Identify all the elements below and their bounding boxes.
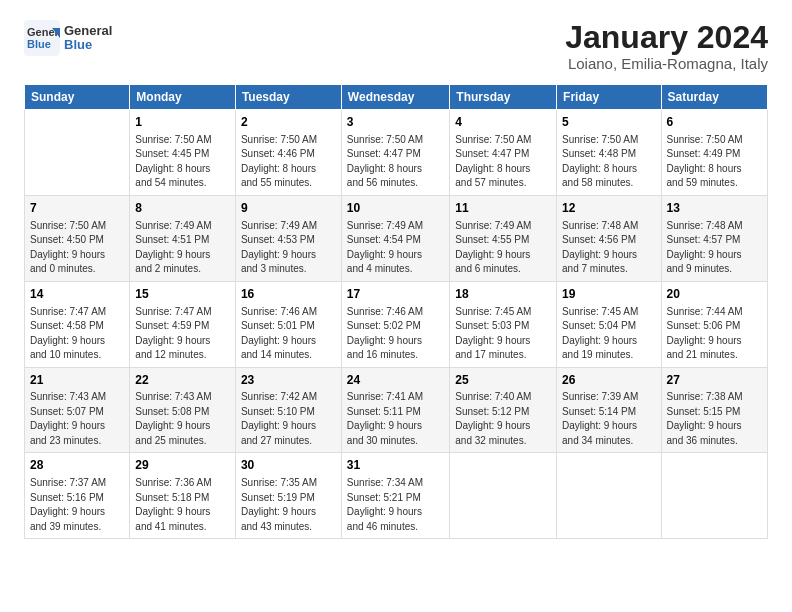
day-info: Sunrise: 7:43 AMSunset: 5:08 PMDaylight:… [135, 390, 230, 448]
calendar-cell: 11Sunrise: 7:49 AMSunset: 4:55 PMDayligh… [450, 195, 557, 281]
calendar-cell: 21Sunrise: 7:43 AMSunset: 5:07 PMDayligh… [25, 367, 130, 453]
day-number: 24 [347, 372, 444, 389]
day-info: Sunrise: 7:50 AMSunset: 4:49 PMDaylight:… [667, 133, 762, 191]
calendar-cell: 27Sunrise: 7:38 AMSunset: 5:15 PMDayligh… [661, 367, 767, 453]
day-number: 18 [455, 286, 551, 303]
calendar-cell: 16Sunrise: 7:46 AMSunset: 5:01 PMDayligh… [235, 281, 341, 367]
calendar-week-row: 14Sunrise: 7:47 AMSunset: 4:58 PMDayligh… [25, 281, 768, 367]
calendar-cell: 22Sunrise: 7:43 AMSunset: 5:08 PMDayligh… [130, 367, 236, 453]
day-number: 2 [241, 114, 336, 131]
day-number: 9 [241, 200, 336, 217]
calendar-cell: 3Sunrise: 7:50 AMSunset: 4:47 PMDaylight… [341, 110, 449, 196]
calendar-cell: 31Sunrise: 7:34 AMSunset: 5:21 PMDayligh… [341, 453, 449, 539]
day-info: Sunrise: 7:41 AMSunset: 5:11 PMDaylight:… [347, 390, 444, 448]
calendar-cell: 1Sunrise: 7:50 AMSunset: 4:45 PMDaylight… [130, 110, 236, 196]
day-number: 19 [562, 286, 655, 303]
calendar-week-row: 21Sunrise: 7:43 AMSunset: 5:07 PMDayligh… [25, 367, 768, 453]
day-number: 28 [30, 457, 124, 474]
day-info: Sunrise: 7:48 AMSunset: 4:56 PMDaylight:… [562, 219, 655, 277]
calendar-subtitle: Loiano, Emilia-Romagna, Italy [565, 55, 768, 72]
calendar-cell: 4Sunrise: 7:50 AMSunset: 4:47 PMDaylight… [450, 110, 557, 196]
calendar-cell: 19Sunrise: 7:45 AMSunset: 5:04 PMDayligh… [557, 281, 661, 367]
calendar-cell: 20Sunrise: 7:44 AMSunset: 5:06 PMDayligh… [661, 281, 767, 367]
svg-text:Blue: Blue [27, 38, 51, 50]
calendar-cell [450, 453, 557, 539]
day-number: 26 [562, 372, 655, 389]
calendar-week-row: 7Sunrise: 7:50 AMSunset: 4:50 PMDaylight… [25, 195, 768, 281]
calendar-cell [557, 453, 661, 539]
calendar-week-row: 28Sunrise: 7:37 AMSunset: 5:16 PMDayligh… [25, 453, 768, 539]
logo: General Blue General Blue [24, 20, 112, 56]
day-info: Sunrise: 7:49 AMSunset: 4:53 PMDaylight:… [241, 219, 336, 277]
day-number: 29 [135, 457, 230, 474]
day-number: 6 [667, 114, 762, 131]
calendar-cell: 25Sunrise: 7:40 AMSunset: 5:12 PMDayligh… [450, 367, 557, 453]
calendar-week-row: 1Sunrise: 7:50 AMSunset: 4:45 PMDaylight… [25, 110, 768, 196]
day-number: 10 [347, 200, 444, 217]
day-info: Sunrise: 7:49 AMSunset: 4:51 PMDaylight:… [135, 219, 230, 277]
header: General Blue General Blue January 2024 L… [24, 20, 768, 72]
day-info: Sunrise: 7:50 AMSunset: 4:45 PMDaylight:… [135, 133, 230, 191]
col-tuesday: Tuesday [235, 85, 341, 110]
day-number: 1 [135, 114, 230, 131]
day-number: 31 [347, 457, 444, 474]
day-number: 30 [241, 457, 336, 474]
day-number: 14 [30, 286, 124, 303]
day-info: Sunrise: 7:50 AMSunset: 4:48 PMDaylight:… [562, 133, 655, 191]
day-info: Sunrise: 7:50 AMSunset: 4:47 PMDaylight:… [347, 133, 444, 191]
day-number: 27 [667, 372, 762, 389]
calendar-cell: 14Sunrise: 7:47 AMSunset: 4:58 PMDayligh… [25, 281, 130, 367]
day-number: 23 [241, 372, 336, 389]
day-info: Sunrise: 7:45 AMSunset: 5:04 PMDaylight:… [562, 305, 655, 363]
day-info: Sunrise: 7:39 AMSunset: 5:14 PMDaylight:… [562, 390, 655, 448]
day-number: 15 [135, 286, 230, 303]
calendar-cell: 5Sunrise: 7:50 AMSunset: 4:48 PMDaylight… [557, 110, 661, 196]
day-info: Sunrise: 7:45 AMSunset: 5:03 PMDaylight:… [455, 305, 551, 363]
day-info: Sunrise: 7:50 AMSunset: 4:46 PMDaylight:… [241, 133, 336, 191]
day-info: Sunrise: 7:40 AMSunset: 5:12 PMDaylight:… [455, 390, 551, 448]
col-friday: Friday [557, 85, 661, 110]
day-info: Sunrise: 7:49 AMSunset: 4:55 PMDaylight:… [455, 219, 551, 277]
day-info: Sunrise: 7:38 AMSunset: 5:15 PMDaylight:… [667, 390, 762, 448]
calendar-cell: 17Sunrise: 7:46 AMSunset: 5:02 PMDayligh… [341, 281, 449, 367]
day-number: 11 [455, 200, 551, 217]
day-info: Sunrise: 7:50 AMSunset: 4:50 PMDaylight:… [30, 219, 124, 277]
calendar-cell [25, 110, 130, 196]
title-block: January 2024 Loiano, Emilia-Romagna, Ita… [565, 20, 768, 72]
day-info: Sunrise: 7:43 AMSunset: 5:07 PMDaylight:… [30, 390, 124, 448]
col-wednesday: Wednesday [341, 85, 449, 110]
calendar-cell: 2Sunrise: 7:50 AMSunset: 4:46 PMDaylight… [235, 110, 341, 196]
day-info: Sunrise: 7:46 AMSunset: 5:02 PMDaylight:… [347, 305, 444, 363]
day-number: 8 [135, 200, 230, 217]
day-info: Sunrise: 7:47 AMSunset: 4:59 PMDaylight:… [135, 305, 230, 363]
day-info: Sunrise: 7:37 AMSunset: 5:16 PMDaylight:… [30, 476, 124, 534]
day-number: 16 [241, 286, 336, 303]
day-number: 22 [135, 372, 230, 389]
calendar-cell: 29Sunrise: 7:36 AMSunset: 5:18 PMDayligh… [130, 453, 236, 539]
calendar-cell: 9Sunrise: 7:49 AMSunset: 4:53 PMDaylight… [235, 195, 341, 281]
calendar-cell: 13Sunrise: 7:48 AMSunset: 4:57 PMDayligh… [661, 195, 767, 281]
calendar-cell [661, 453, 767, 539]
calendar-cell: 26Sunrise: 7:39 AMSunset: 5:14 PMDayligh… [557, 367, 661, 453]
calendar-cell: 6Sunrise: 7:50 AMSunset: 4:49 PMDaylight… [661, 110, 767, 196]
col-thursday: Thursday [450, 85, 557, 110]
day-info: Sunrise: 7:34 AMSunset: 5:21 PMDaylight:… [347, 476, 444, 534]
day-number: 5 [562, 114, 655, 131]
day-info: Sunrise: 7:36 AMSunset: 5:18 PMDaylight:… [135, 476, 230, 534]
day-info: Sunrise: 7:46 AMSunset: 5:01 PMDaylight:… [241, 305, 336, 363]
logo-blue: Blue [64, 38, 112, 52]
calendar-cell: 15Sunrise: 7:47 AMSunset: 4:59 PMDayligh… [130, 281, 236, 367]
calendar-cell: 28Sunrise: 7:37 AMSunset: 5:16 PMDayligh… [25, 453, 130, 539]
calendar-cell: 23Sunrise: 7:42 AMSunset: 5:10 PMDayligh… [235, 367, 341, 453]
day-info: Sunrise: 7:49 AMSunset: 4:54 PMDaylight:… [347, 219, 444, 277]
logo-icon: General Blue [24, 20, 60, 56]
calendar-table: Sunday Monday Tuesday Wednesday Thursday… [24, 84, 768, 539]
svg-text:General: General [27, 26, 60, 38]
calendar-cell: 24Sunrise: 7:41 AMSunset: 5:11 PMDayligh… [341, 367, 449, 453]
day-info: Sunrise: 7:44 AMSunset: 5:06 PMDaylight:… [667, 305, 762, 363]
day-number: 25 [455, 372, 551, 389]
calendar-title: January 2024 [565, 20, 768, 55]
page: General Blue General Blue January 2024 L… [0, 0, 792, 612]
day-number: 21 [30, 372, 124, 389]
day-number: 20 [667, 286, 762, 303]
